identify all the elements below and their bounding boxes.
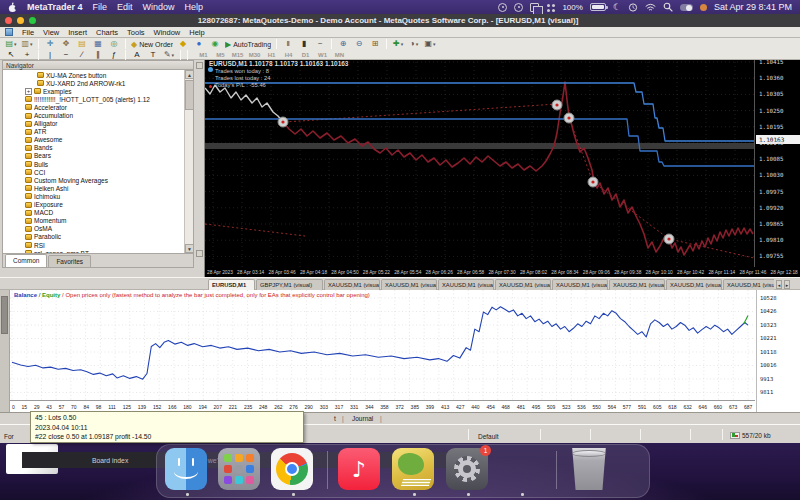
trendline-icon[interactable]: ∕ <box>75 50 89 60</box>
apple-logo-icon[interactable] <box>8 2 17 13</box>
navigator-item[interactable]: MACD <box>3 209 184 217</box>
timeframe-mn-button[interactable]: MN <box>331 52 348 58</box>
navigator-item[interactable]: OsMA <box>3 225 184 233</box>
mt4-menu-window[interactable]: Window <box>154 28 181 37</box>
timeframe-d1-button[interactable]: D1 <box>297 52 314 58</box>
bar-chart-mode-icon[interactable]: ‖ <box>281 39 295 49</box>
line-chart-mode-icon[interactable]: ~ <box>313 39 327 49</box>
tab-journal[interactable]: Journal <box>352 415 373 422</box>
navigator-item[interactable]: Alligator <box>3 120 184 128</box>
timeframe-h1-button[interactable]: H1 <box>263 52 280 58</box>
metaeditor-icon[interactable]: ◆ <box>176 39 190 49</box>
navigator-item[interactable]: Momentum <box>3 217 184 225</box>
navigator-item[interactable]: Ichimoku <box>3 192 184 200</box>
text-icon[interactable]: A <box>130 50 144 60</box>
mt4-menu-tools[interactable]: Tools <box>127 28 145 37</box>
time-machine-icon[interactable] <box>628 3 638 12</box>
minimize-window-button[interactable] <box>17 17 24 24</box>
mt4-menu-view[interactable]: View <box>43 28 59 37</box>
close-window-button[interactable] <box>5 17 12 24</box>
focus-moon-icon[interactable]: ☾ <box>613 3 621 12</box>
navigator-tab-favorites[interactable]: Favorites <box>48 255 91 267</box>
navigator-item[interactable]: Bears <box>3 152 184 160</box>
dock-launchpad-icon[interactable] <box>218 448 260 490</box>
navigator-panel-icon[interactable]: ▤ <box>75 39 89 49</box>
dock-metatrader-icon[interactable] <box>500 448 542 490</box>
menubar-menu-window[interactable]: Window <box>143 2 175 12</box>
scrollbar-thumb[interactable] <box>185 80 194 110</box>
vertical-line-icon[interactable]: | <box>43 50 57 60</box>
battery-icon[interactable] <box>590 3 606 11</box>
navigator-item[interactable]: iExposure <box>3 201 184 209</box>
dock-finder-icon[interactable] <box>165 448 207 490</box>
navigator-item[interactable]: Bands <box>3 144 184 152</box>
cursor-icon[interactable]: ↖ <box>4 50 18 60</box>
screen-record-icon[interactable] <box>498 3 507 12</box>
zoom-out-icon[interactable]: ⊖ <box>352 39 366 49</box>
tabs-scroll-left-button[interactable]: ◂ <box>776 280 782 289</box>
navigator-item[interactable]: !!!!!!!!!!!!_!HOTT_LOTT_005 (alerts) 1.1… <box>3 95 184 103</box>
new-chart-icon[interactable]: ▤▾ <box>4 39 18 49</box>
panel-resize-button[interactable] <box>196 250 203 257</box>
desktop-link[interactable]: Board index <box>92 457 128 464</box>
timeframe-m15-button[interactable]: M15 <box>229 52 246 58</box>
menubar-clock[interactable]: Sat Apr 29 8:41 PM <box>714 2 792 12</box>
community-icon[interactable]: ◉ <box>208 39 222 49</box>
spotlight-search-icon[interactable] <box>663 2 673 12</box>
menubar-menu-edit[interactable]: Edit <box>117 2 133 12</box>
keyboard-grid-icon[interactable] <box>546 3 555 12</box>
market-watch-icon[interactable]: ✛ <box>43 39 57 49</box>
navigator-item[interactable]: Bulls <box>3 160 184 168</box>
text-label-icon[interactable]: T <box>146 50 160 60</box>
navigator-tab-common[interactable]: Common <box>5 254 47 267</box>
candle-chart-mode-icon[interactable]: ▮ <box>297 39 311 49</box>
dock-chrome-icon[interactable] <box>271 448 313 490</box>
navigator-item[interactable]: +Examples <box>3 87 184 95</box>
dock-settings-icon[interactable]: 1 <box>446 448 488 490</box>
navigator-item[interactable]: XU-XARD 2nd ARROW-rk1 <box>3 79 184 87</box>
channel-icon[interactable]: ∥ <box>91 50 105 60</box>
scroll-down-button[interactable]: ▼ <box>185 244 194 253</box>
status-profile[interactable]: Default <box>478 433 499 440</box>
price-chart-canvas[interactable] <box>205 58 754 267</box>
zoom-in-icon[interactable]: ⊕ <box>336 39 350 49</box>
price-chart-panel[interactable]: EURUSD,M1 1.10178 1.10173 1.10163 1.1016… <box>204 58 800 277</box>
crosshair-icon[interactable]: + <box>20 50 34 60</box>
navigator-item[interactable]: ATR <box>3 128 184 136</box>
dock-books-icon[interactable] <box>392 448 434 490</box>
templates-list-icon[interactable]: ▣▾ <box>423 39 437 49</box>
scroll-up-button[interactable]: ▲ <box>185 70 194 79</box>
periods-list-icon[interactable]: ◑▾ <box>407 39 421 49</box>
panel-collapse-button[interactable] <box>196 62 203 69</box>
siri-orb-icon[interactable] <box>700 4 707 11</box>
navigator-item[interactable]: Custom Moving Averages <box>3 176 184 184</box>
navigator-item[interactable]: Parabolic <box>3 233 184 241</box>
price-scale[interactable]: 1.10163 1.104151.103601.103051.102501.10… <box>754 58 800 267</box>
tester-graph-panel[interactable]: Balance / Equity / Open prices only (fas… <box>0 290 800 412</box>
new-order-button[interactable]: ◆New Order <box>131 39 173 49</box>
timeframe-m1-button[interactable]: M1 <box>195 52 212 58</box>
tester-graph-canvas[interactable] <box>10 290 755 400</box>
fibonacci-icon[interactable]: ƒ <box>107 50 121 60</box>
zoom-window-button[interactable] <box>29 17 36 24</box>
mt4-menu-charts[interactable]: Charts <box>96 28 118 37</box>
timeframe-m30-button[interactable]: M30 <box>246 52 263 58</box>
timeframe-m5-button[interactable]: M5 <box>212 52 229 58</box>
tester-tab-fragment[interactable]: t <box>334 415 336 422</box>
data-window-icon[interactable]: ✥ <box>59 39 73 49</box>
expert-advisors-icon[interactable]: ● <box>192 39 206 49</box>
arrows-shapes-icon[interactable]: ✎▾ <box>162 50 176 60</box>
navigator-item[interactable]: Accelerator <box>3 103 184 111</box>
control-center-icon[interactable] <box>680 4 693 11</box>
wifi-icon[interactable] <box>645 3 656 12</box>
tabs-scroll-right-button[interactable]: ▸ <box>784 280 790 289</box>
mt4-menu-help[interactable]: Help <box>189 28 204 37</box>
menubar-menu-help[interactable]: Help <box>185 2 204 12</box>
profiles-icon[interactable]: ▥▾ <box>20 39 34 49</box>
mt4-menu-insert[interactable]: Insert <box>68 28 87 37</box>
navigator-scrollbar[interactable]: ▲ ▼ <box>184 70 193 253</box>
navigator-item[interactable]: XU-MA Zones button <box>3 71 184 79</box>
navigator-item[interactable]: Accumulation <box>3 111 184 119</box>
mt4-menu-file[interactable]: File <box>22 28 34 37</box>
expand-plus-icon[interactable]: + <box>25 88 32 95</box>
